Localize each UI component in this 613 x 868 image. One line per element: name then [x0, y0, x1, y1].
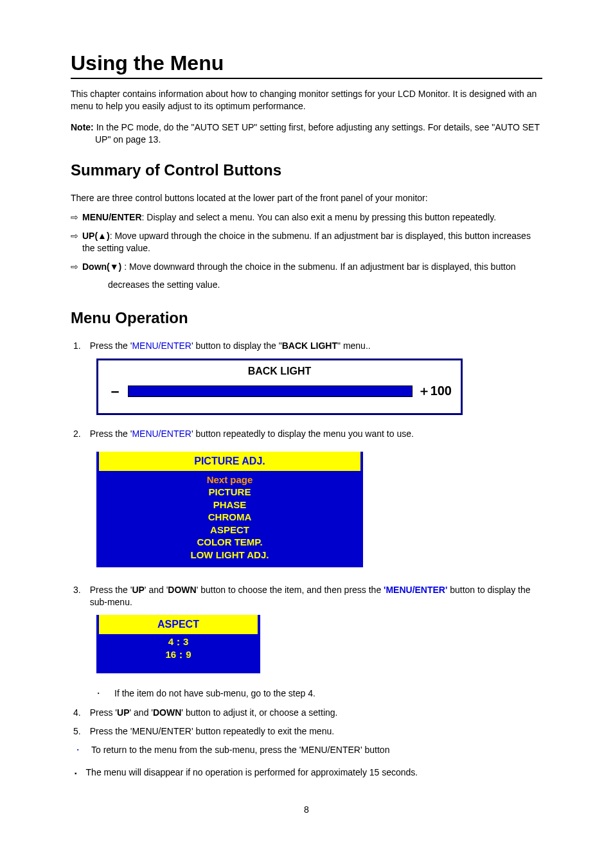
step3-pre: Press the ' [90, 585, 132, 595]
button-desc-menu-enter: ⇨ MENU/ENTER: Display and select a menu.… [71, 211, 542, 224]
step-4: 4. Press 'UP' and 'DOWN' button to adjus… [71, 707, 542, 719]
dot-icon: ・ [73, 744, 82, 756]
minus-icon: － [107, 381, 123, 402]
menu-item: COLOR TEMP. [99, 536, 360, 549]
button-desc-part2: decreases the setting value. [71, 279, 542, 290]
square-note: ▪ The menu will disappear if no operatio… [71, 766, 542, 779]
step-number: 5. [73, 725, 81, 738]
step1-post: " menu.. [337, 341, 371, 351]
menu-enter-link: MENU/ENTER [132, 341, 191, 351]
menu-item: LOW LIGHT ADJ. [99, 549, 360, 562]
sub-bullet-text: If the item do not have sub-menu, go to … [114, 687, 315, 700]
menu-item: PICTURE [99, 486, 360, 499]
step-number: 4. [73, 707, 81, 719]
note-text: In the PC mode, do the "AUTO SET UP" set… [94, 122, 540, 145]
page-number: 8 [71, 804, 542, 815]
arrow-icon: ⇨ [71, 211, 78, 224]
button-desc-part1: : Move downward through the choice in th… [121, 261, 515, 272]
button-label: MENU/ENTER [82, 212, 142, 222]
backlight-menu-figure: BACK LIGHT － ＋100 [96, 359, 463, 415]
step-number: 2. [73, 428, 81, 440]
step1-pre: Press the ' [90, 341, 132, 351]
note-block: Note: In the PC mode, do the "AUTO SET U… [71, 121, 542, 146]
step-number: 1. [73, 340, 81, 352]
step4-b1: UP [117, 707, 129, 718]
button-label: Down(▼) [82, 261, 121, 272]
menu-enter-link: 'MENU/ENTER' [384, 585, 447, 595]
button-desc-up: ⇨ UP(▲): Move upward through the choice … [71, 230, 542, 254]
step1-mid: ' button to display the " [191, 341, 282, 351]
picture-adj-menu-figure: PICTURE ADJ. Next page PICTURE PHASE CHR… [96, 452, 363, 568]
step4-b2: DOWN [153, 707, 181, 718]
button-desc: : Display and select a menu. You can als… [142, 212, 497, 222]
sub-bullet: ・ If the item do not have sub-menu, go t… [71, 687, 542, 700]
step5-text: Press the 'MENU/ENTER' button repeatedly… [90, 725, 542, 738]
aspect-menu-figure: ASPECT 4：3 16：9 [96, 615, 260, 673]
page-title: Using the Menu [71, 51, 542, 79]
menu-enter-link: MENU/ENTER [132, 429, 191, 439]
summary-intro: There are three control buttons located … [71, 192, 542, 204]
step4-mid1: ' and ' [130, 707, 153, 718]
menu-item: ASPECT [99, 524, 360, 536]
picture-menu-header: PICTURE ADJ. [99, 452, 360, 471]
step-1: 1. Press the 'MENU/ENTER' button to disp… [71, 340, 542, 352]
aspect-menu-header: ASPECT [99, 615, 258, 634]
menu-operation-heading: Menu Operation [71, 309, 542, 327]
note-label: Note: [71, 122, 94, 132]
backlight-title: BACK LIGHT [107, 366, 452, 377]
menu-item: 16：9 [99, 648, 258, 661]
arrow-icon: ⇨ [71, 230, 78, 254]
return-bullet: ・ To return to the menu from the sub-men… [71, 744, 542, 756]
step2-pre: Press the ' [90, 429, 132, 439]
summary-heading: Summary of Control Buttons [71, 161, 542, 179]
backlight-value: ＋100 [418, 382, 452, 400]
button-desc-down: ⇨ Down(▼) : Move downward through the ch… [71, 261, 542, 290]
step-2: 2. Press the 'MENU/ENTER' button repeate… [71, 428, 542, 440]
step-number: 3. [73, 584, 81, 608]
step3-b1: UP [132, 585, 144, 595]
return-bullet-text: To return to the menu from the sub-menu,… [91, 744, 389, 756]
step4-pre: Press ' [90, 707, 117, 718]
step3-b2: DOWN [168, 585, 196, 595]
step3-mid2: ' button to choose the item, and then pr… [197, 585, 384, 595]
square-icon: ▪ [75, 766, 77, 779]
backlight-bar [128, 385, 413, 397]
menu-item: 4：3 [99, 635, 258, 648]
button-label: UP(▲) [82, 231, 110, 241]
button-desc: : Move upward through the choice in the … [82, 231, 531, 253]
menu-item: CHROMA [99, 511, 360, 524]
chapter-intro: This chapter contains information about … [71, 88, 542, 112]
step4-post: ' button to adjust it, or choose a setti… [181, 707, 337, 718]
step2-post: ' button repeatedly to display the menu … [191, 429, 414, 439]
step1-bold: BACK LIGHT [282, 341, 337, 351]
dot-icon: ・ [94, 687, 103, 700]
square-note-text: The menu will disappear if no operation … [86, 766, 418, 779]
menu-item: PHASE [99, 499, 360, 511]
menu-item-selected: Next page [99, 474, 360, 486]
step-5: 5. Press the 'MENU/ENTER' button repeate… [71, 725, 542, 738]
step-3: 3. Press the 'UP' and 'DOWN' button to c… [71, 584, 542, 608]
arrow-icon: ⇨ [71, 261, 78, 273]
step3-mid1: ' and ' [145, 585, 168, 595]
